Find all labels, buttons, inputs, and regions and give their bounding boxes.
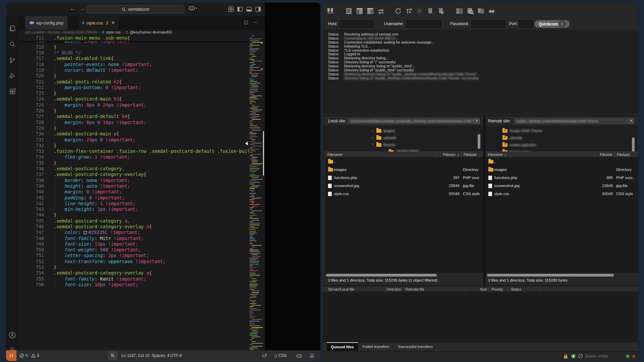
file-row[interactable]: functions.php397PHP sour (325, 174, 483, 182)
file-row[interactable]: .. (486, 158, 638, 166)
queue-column-priority[interactable]: Priority (491, 287, 503, 292)
code-line[interactable]: 741 padding: 0 !important; (18, 195, 249, 201)
remote-site-combo[interactable]: /public_html/wp-content/themes/Avada-Chi… (513, 117, 635, 125)
code-line[interactable]: 722 margin-bottom: 0 !important; (18, 85, 249, 90)
code-line[interactable]: 715} (18, 44, 249, 50)
tab-style-css[interactable]: # style.css 3 ✕ (78, 16, 119, 29)
file-row[interactable]: functions.php385PHP sour... (486, 174, 638, 182)
account-icon[interactable] (8, 330, 17, 340)
file-row[interactable]: screenshot.jpg22849jpg-file (325, 182, 483, 190)
process-queue-icon[interactable] (404, 7, 413, 16)
local-tree-scrollbar[interactable] (478, 134, 480, 149)
code-line[interactable]: 727.xemdal-postcard-default h4{ (18, 114, 249, 119)
password-input[interactable] (471, 20, 505, 27)
sync-browse-icon[interactable] (476, 7, 485, 16)
explorer-icon[interactable] (8, 23, 17, 33)
queue-tab-successful-transfers[interactable]: Successful transfers (394, 342, 437, 351)
username-input[interactable] (407, 20, 441, 27)
reconnect-icon[interactable] (436, 7, 445, 16)
problems-status[interactable]: 0 3 (19, 350, 39, 361)
column-filename[interactable]: Filename (325, 152, 436, 158)
tree-item[interactable]: uploads (502, 134, 523, 141)
code-line[interactable]: 725 margin: 8px 0 24px !important; (18, 102, 249, 108)
code-line[interactable]: 729} (18, 125, 249, 131)
column-filename[interactable]: Filename∧ (486, 152, 594, 158)
host-input[interactable] (339, 20, 373, 27)
tree-item[interactable]: ›plugins (372, 127, 395, 134)
code-line[interactable]: 711.fusion-main-menu .sub-menu{ (18, 35, 249, 41)
file-row[interactable]: style.css92049CSS style (325, 190, 483, 198)
code-line[interactable]: 723} (18, 90, 249, 96)
code-line[interactable]: 745.xemdal-postcard-category a, (18, 218, 249, 224)
column-filetype[interactable]: Filetype (615, 152, 638, 158)
code-line[interactable]: 738 border: none !important; (18, 178, 249, 183)
code-line[interactable]: 752 text-transform: uppercase !important… (18, 259, 249, 264)
column-filetype[interactable]: Filetype (462, 152, 483, 158)
pane-divider[interactable] (483, 115, 486, 285)
message-log-icon[interactable] (344, 7, 353, 16)
lock-icon[interactable] (564, 354, 568, 359)
code-line[interactable]: 720} (18, 73, 249, 79)
code-line[interactable]: 755 font-family: Kanit !important; (18, 276, 249, 282)
tree-item[interactable]: ›Avada-Child (384, 148, 419, 152)
code-line[interactable]: 751 letter-spacing: 2px !important; (18, 253, 249, 258)
quickconnect-dropdown[interactable]: ▼ (558, 20, 566, 28)
more-actions-icon[interactable]: ⋯ (253, 19, 258, 25)
code-line[interactable]: 736.xemdal-postcard-category, (18, 166, 249, 172)
code-line[interactable]: 724.xemdal-postcard-main h3{ (18, 96, 249, 102)
run-debug-icon[interactable] (8, 71, 17, 80)
column-filesize[interactable]: Filesize (594, 152, 615, 158)
code-line[interactable]: 750 font-weight: 500 !important; (18, 247, 249, 253)
code-line[interactable]: 719 cursor: default !important; (18, 67, 249, 73)
toggle-sidebar-icon[interactable] (236, 6, 243, 12)
file-row[interactable]: imagesDirectory (325, 166, 483, 174)
code-line[interactable]: 743 min-height: 1px !important; (18, 206, 249, 212)
code-line[interactable]: 747 color: #29235C !important; (18, 230, 249, 235)
command-center-search[interactable]: xemdalcom (87, 5, 184, 14)
editor[interactable]: 711.fusion-main-menu .sub-menu{ 714 widt… (18, 35, 265, 350)
code-line[interactable]: 718 pointer-events: none !important; (18, 62, 249, 67)
search-icon[interactable] (8, 40, 17, 49)
code-line[interactable]: 742 line-height: 1 !important; (18, 201, 249, 206)
notifications-bell-icon[interactable] (310, 350, 314, 361)
code-line[interactable]: 749 font-size: 12px !important; (18, 241, 249, 247)
queue-column-direction[interactable]: Direction (387, 287, 401, 292)
code-line[interactable]: 716/* BLOG */ (18, 50, 249, 56)
disconnect-icon[interactable] (426, 7, 435, 16)
language-mode[interactable]: {}CSS (274, 350, 287, 361)
code-line[interactable]: 721.xemdal-posts-related h2{ (18, 79, 249, 85)
eol-sequence[interactable]: LF (262, 350, 267, 361)
code-line[interactable]: 735} (18, 160, 249, 166)
editor-scrollbar[interactable] (263, 131, 264, 176)
copilot-menu[interactable]: ▾ (189, 6, 197, 10)
close-icon[interactable]: ✕ (111, 20, 115, 25)
scrollbar-thumb[interactable] (487, 274, 614, 277)
code-line[interactable]: 744} (18, 212, 249, 218)
code-line[interactable]: 732} (18, 143, 249, 148)
column-filesize[interactable]: Filesize∧ (436, 152, 462, 158)
queue-column-server-local-file[interactable]: Server/Local file (328, 287, 355, 292)
transfer-queue-icon[interactable] (376, 7, 385, 16)
file-row[interactable]: .. (325, 158, 483, 166)
sync-browsing-badge-icon[interactable] (571, 354, 576, 359)
local-tree-icon[interactable] (355, 7, 364, 16)
encoding[interactable]: UTF-8 (170, 350, 182, 361)
code-line[interactable]: 730.xemdal-postcard-main p{ (18, 131, 249, 137)
scrollbar-thumb[interactable] (326, 274, 437, 277)
refresh-icon[interactable] (393, 7, 402, 16)
queue-column-status[interactable]: Status (511, 287, 521, 292)
queue-tab-failed-transfers[interactable]: Failed transfers (359, 342, 393, 351)
indentation[interactable]: Spaces: 4 (152, 350, 169, 361)
local-site-combo[interactable]: /Users/xemdal/Sites/xemdal.com/public_ht… (347, 117, 480, 125)
site-manager-icon[interactable] (326, 7, 335, 16)
code-line[interactable]: 737.xemdal-postcard-category-overlay{ (18, 172, 249, 177)
find-files-icon[interactable] (466, 7, 475, 16)
code-line[interactable]: 740 margin: 0 !important; (18, 189, 249, 195)
code-line[interactable]: 756 font-size: 16px !important; (18, 282, 249, 288)
queue-column-size[interactable]: Size (467, 287, 487, 292)
queue-tab-queued-files[interactable]: Queued files (327, 342, 358, 351)
back-button[interactable]: ← (68, 6, 76, 12)
cursor-position[interactable]: Ln 1187, Col 10 (121, 350, 150, 361)
port-input[interactable] (519, 20, 533, 27)
compare-icon[interactable] (455, 7, 464, 16)
